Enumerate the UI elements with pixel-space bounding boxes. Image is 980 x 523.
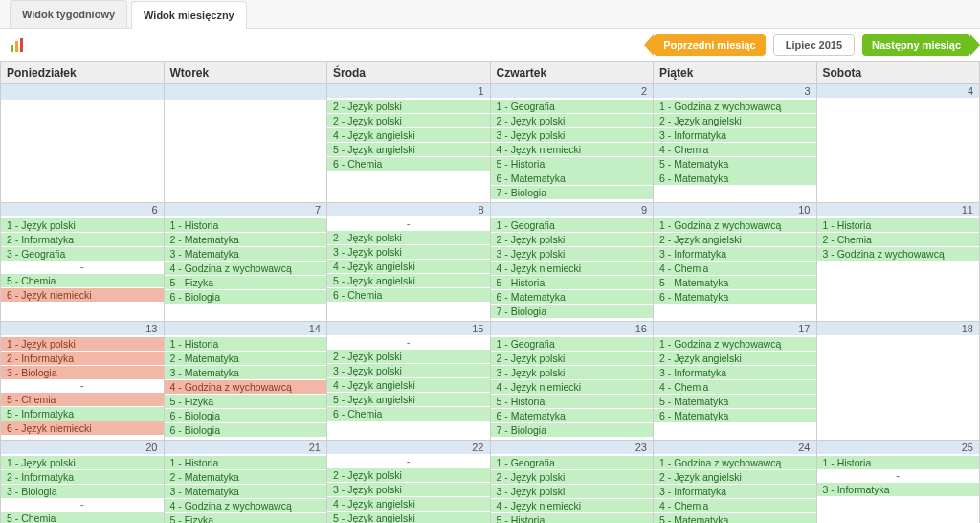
lesson-event[interactable]: 2 - Język angielski bbox=[654, 114, 816, 128]
lesson-event[interactable]: 5 - Matematyka bbox=[654, 276, 816, 290]
day-cell[interactable]: 201 - Język polski2 - Informatyka3 - Bio… bbox=[1, 441, 165, 523]
lesson-event[interactable]: 4 - Chemia bbox=[654, 143, 816, 157]
lesson-event[interactable]: 4 - Godzina z wychowawcą bbox=[165, 380, 327, 395]
lesson-event[interactable]: 3 - Biologia bbox=[1, 366, 164, 380]
lesson-event[interactable]: 3 - Godzina z wychowawcą bbox=[817, 247, 980, 262]
day-cell[interactable]: 71 - Historia2 - Matematyka3 - Matematyk… bbox=[165, 203, 328, 322]
lesson-event[interactable]: 6 - Matematyka bbox=[491, 409, 654, 423]
next-month-button[interactable]: Następny miesiąc bbox=[862, 34, 970, 56]
lesson-event[interactable]: 6 - Matematyka bbox=[654, 409, 816, 423]
lesson-event[interactable]: 6 - Biologia bbox=[165, 290, 327, 305]
lesson-event[interactable]: 3 - Matematyka bbox=[165, 485, 327, 499]
day-cell[interactable]: 101 - Godzina z wychowawcą2 - Język angi… bbox=[654, 203, 817, 322]
lesson-event[interactable]: 5 - Matematyka bbox=[654, 395, 816, 409]
day-cell[interactable]: 12 - Język polski2 - Język polski4 - Jęz… bbox=[327, 84, 491, 203]
lesson-event[interactable]: 5 - Język angielski bbox=[327, 274, 490, 288]
tab-monthly[interactable]: Widok miesięczny bbox=[131, 1, 247, 29]
lesson-event[interactable]: 1 - Godzina z wychowawcą bbox=[654, 100, 816, 114]
lesson-event[interactable]: 1 - Historia bbox=[165, 337, 327, 352]
lesson-event[interactable]: 1 - Język polski bbox=[1, 456, 164, 470]
chart-icon[interactable] bbox=[10, 37, 25, 53]
lesson-event[interactable]: 2 - Chemia bbox=[817, 233, 980, 247]
lesson-event[interactable]: 1 - Geografia bbox=[491, 337, 654, 352]
lesson-event[interactable]: 2 - Język polski bbox=[327, 231, 490, 245]
lesson-event[interactable]: 6 - Język niemiecki bbox=[1, 288, 164, 303]
day-cell[interactable]: 231 - Geografia2 - Język polski3 - Język… bbox=[491, 441, 655, 523]
day-cell[interactable]: 251 - Historia-3 - Informatyka bbox=[817, 441, 981, 523]
lesson-event[interactable]: 2 - Język polski bbox=[327, 100, 490, 114]
lesson-event[interactable]: 5 - Informatyka bbox=[1, 407, 164, 421]
lesson-event[interactable]: 5 - Matematyka bbox=[654, 157, 816, 171]
day-cell[interactable]: 22-2 - Język polski3 - Język polski4 - J… bbox=[327, 441, 491, 523]
lesson-event[interactable]: 4 - Godzina z wychowawcą bbox=[165, 499, 327, 513]
lesson-event[interactable]: 3 - Język polski bbox=[491, 366, 654, 380]
lesson-event[interactable]: 1 - Język polski bbox=[1, 337, 164, 352]
day-cell[interactable]: 211 - Historia2 - Matematyka3 - Matematy… bbox=[165, 441, 328, 523]
day-cell[interactable]: 241 - Godzina z wychowawcą2 - Język angi… bbox=[654, 441, 817, 523]
lesson-event[interactable]: 4 - Godzina z wychowawcą bbox=[165, 262, 327, 276]
lesson-event[interactable]: 7 - Biologia bbox=[491, 305, 654, 319]
day-cell[interactable]: 31 - Godzina z wychowawcą2 - Język angie… bbox=[654, 84, 817, 203]
lesson-event[interactable]: 5 - Historia bbox=[491, 513, 654, 523]
lesson-event[interactable]: 2 - Język polski bbox=[327, 114, 490, 128]
lesson-event[interactable]: 3 - Język polski bbox=[491, 485, 654, 499]
prev-month-button[interactable]: Poprzedni miesiąc bbox=[654, 34, 766, 56]
lesson-event[interactable]: 1 - Godzina z wychowawcą bbox=[654, 337, 816, 352]
lesson-event[interactable]: 6 - Matematyka bbox=[654, 171, 816, 186]
tab-weekly[interactable]: Widok tygodniowy bbox=[10, 0, 127, 28]
lesson-event[interactable]: 5 - Fizyka bbox=[165, 395, 327, 409]
day-cell[interactable]: 111 - Historia2 - Chemia3 - Godzina z wy… bbox=[817, 203, 981, 322]
lesson-event[interactable]: 2 - Język polski bbox=[491, 114, 654, 128]
lesson-event[interactable]: 4 - Język angielski bbox=[327, 260, 490, 274]
lesson-event[interactable]: 5 - Chemia bbox=[1, 393, 164, 407]
day-cell[interactable]: 4 bbox=[817, 84, 981, 203]
lesson-event[interactable]: 2 - Język polski bbox=[491, 352, 654, 366]
day-cell[interactable]: 61 - Język polski2 - Informatyka3 - Geog… bbox=[1, 203, 165, 322]
lesson-event[interactable]: 2 - Język polski bbox=[327, 468, 490, 483]
lesson-event[interactable]: 6 - Matematyka bbox=[491, 171, 654, 186]
lesson-event[interactable]: 6 - Chemia bbox=[327, 407, 490, 421]
lesson-event[interactable]: 6 - Matematyka bbox=[654, 290, 816, 305]
lesson-event[interactable]: 1 - Historia bbox=[817, 456, 980, 470]
day-cell[interactable] bbox=[1, 84, 165, 203]
lesson-event[interactable]: 2 - Informatyka bbox=[1, 470, 164, 485]
lesson-event[interactable]: 4 - Chemia bbox=[654, 262, 816, 276]
day-cell[interactable]: 141 - Historia2 - Matematyka3 - Matematy… bbox=[165, 322, 328, 441]
lesson-event[interactable]: 1 - Historia bbox=[165, 456, 327, 470]
lesson-event[interactable]: 3 - Język polski bbox=[491, 247, 654, 262]
lesson-event[interactable]: 3 - Język polski bbox=[327, 483, 490, 497]
lesson-event[interactable]: 2 - Informatyka bbox=[1, 352, 164, 366]
day-cell[interactable]: 15-2 - Język polski3 - Język polski4 - J… bbox=[327, 322, 491, 441]
lesson-event[interactable]: 3 - Informatyka bbox=[654, 485, 816, 499]
lesson-event[interactable]: 3 - Język polski bbox=[327, 364, 490, 378]
lesson-event[interactable]: 5 - Historia bbox=[491, 276, 654, 290]
lesson-event[interactable]: 5 - Matematyka bbox=[654, 513, 816, 523]
lesson-event[interactable]: 3 - Informatyka bbox=[654, 247, 816, 262]
lesson-event[interactable]: 3 - Matematyka bbox=[165, 366, 327, 380]
month-picker[interactable]: Lipiec 2015 bbox=[773, 34, 855, 56]
lesson-event[interactable]: 4 - Chemia bbox=[654, 380, 816, 395]
day-cell[interactable]: 18 bbox=[817, 322, 981, 441]
lesson-event[interactable]: 6 - Język niemiecki bbox=[1, 421, 164, 436]
lesson-event[interactable]: 1 - Godzina z wychowawcą bbox=[654, 456, 816, 470]
lesson-event[interactable]: 2 - Matematyka bbox=[165, 470, 327, 485]
lesson-event[interactable]: 3 - Biologia bbox=[1, 485, 164, 499]
day-cell[interactable]: 91 - Geografia2 - Język polski3 - Język … bbox=[491, 203, 655, 322]
lesson-event[interactable]: 6 - Chemia bbox=[327, 157, 490, 171]
lesson-event[interactable]: 5 - Język angielski bbox=[327, 143, 490, 157]
day-cell[interactable]: 161 - Geografia2 - Język polski3 - Język… bbox=[491, 322, 655, 441]
lesson-event[interactable]: 4 - Język angielski bbox=[327, 378, 490, 393]
lesson-event[interactable]: 4 - Język angielski bbox=[327, 497, 490, 512]
lesson-event[interactable]: 2 - Język angielski bbox=[654, 352, 816, 366]
lesson-event[interactable]: 3 - Informatyka bbox=[817, 483, 980, 497]
lesson-event[interactable]: 5 - Chemia bbox=[1, 274, 164, 288]
day-cell[interactable]: 171 - Godzina z wychowawcą2 - Język angi… bbox=[654, 322, 817, 441]
lesson-event[interactable]: 4 - Język niemiecki bbox=[491, 380, 654, 395]
lesson-event[interactable]: 7 - Biologia bbox=[491, 423, 654, 438]
lesson-event[interactable]: 5 - Historia bbox=[491, 395, 654, 409]
lesson-event[interactable]: 2 - Język polski bbox=[327, 350, 490, 364]
lesson-event[interactable]: 4 - Język niemiecki bbox=[491, 143, 654, 157]
lesson-event[interactable]: 2 - Informatyka bbox=[1, 233, 164, 247]
lesson-event[interactable]: 3 - Informatyka bbox=[654, 366, 816, 380]
lesson-event[interactable]: 5 - Chemia bbox=[1, 512, 164, 523]
